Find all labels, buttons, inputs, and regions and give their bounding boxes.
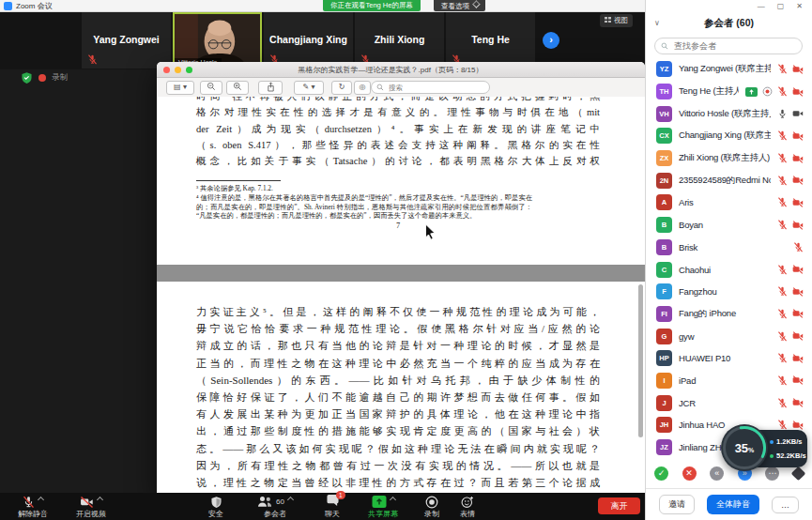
chevron-up-icon[interactable] (287, 497, 294, 503)
camera-off-icon (792, 176, 804, 185)
video-tile[interactable]: Yang Zongwei (82, 12, 171, 69)
participant-status-icons (777, 220, 804, 230)
highlight-circle-button[interactable]: ◎ (354, 81, 371, 95)
participant-row[interactable]: JJCR (646, 391, 812, 414)
participant-status-icons (777, 286, 804, 297)
avatar: FI (656, 306, 672, 322)
camera-off-icon (792, 287, 804, 297)
recording-label: 录制 (52, 72, 68, 84)
pdf-toolbar: ▤ ▾ ✎ ▾ ↻ ◎ (157, 78, 645, 98)
pdf-search-input[interactable] (387, 83, 466, 93)
no-reaction-icon[interactable]: ✕ (682, 466, 697, 481)
participant-row[interactable]: VHVittorio Hosle (联席主持人) (646, 102, 812, 125)
minimize-panel-button[interactable]: — (758, 2, 765, 10)
pdf-document-area[interactable]: 时间”往不再被人们以静止的方式，而是以动态的方式把握到时，黑格尔对理性实在性的选… (157, 97, 645, 493)
video-tile[interactable]: Teng He (446, 12, 535, 69)
reactions-button[interactable]: 表情 (449, 495, 486, 519)
record-icon (425, 496, 438, 509)
maximize-panel-button[interactable]: ▢ (777, 2, 785, 10)
participant-row[interactable]: CXChangjiang Xing (联席主持人) (646, 125, 812, 147)
network-monitor-widget[interactable]: 1.2KB/s 52.2KB/s 35% (721, 422, 810, 475)
recording-dot-icon[interactable] (38, 74, 46, 82)
participant-search-box[interactable] (654, 38, 803, 54)
security-button[interactable]: 安全 (193, 495, 238, 519)
close-panel-button[interactable]: ✕ (796, 2, 803, 10)
pdf-window-title: 黑格尔的实践哲学—理论还是实践？.pdf（页码：8/15） (192, 65, 645, 75)
more-options-button[interactable]: … (772, 497, 799, 513)
avatar: G (656, 329, 672, 344)
participant-row[interactable]: Ggyw (646, 325, 812, 347)
yes-reaction-icon[interactable]: ✓ (654, 466, 668, 481)
participant-row[interactable]: ZXZhili Xiong (联席主持人) (646, 147, 812, 170)
avatar: J (656, 395, 672, 411)
maximize-window-icon[interactable] (186, 67, 192, 73)
document-text-line: 有人发展出某种为更加正当国家辩护的具体理论，他在这种理论中指 (196, 405, 600, 422)
participant-search-input[interactable] (672, 40, 796, 52)
view-options-button[interactable]: 查看选项 (434, 0, 485, 11)
camera-off-icon (792, 265, 804, 274)
video-tile[interactable]: Zhili Xiong (355, 12, 444, 69)
search-icon (376, 84, 384, 91)
participant-status-icons (777, 153, 804, 163)
zoom-out-button[interactable] (200, 81, 222, 95)
participant-row[interactable]: HPHUAWEI P10 (646, 347, 812, 370)
pdf-page-8: 力实证主义⁵。但是，这样的阐释不仅使一种规范性的理论成为可能，毋宁说它恰恰要求一… (157, 282, 645, 493)
pdf-window-titlebar[interactable]: 黑格尔的实践哲学—理论还是实践？.pdf（页码：8/15） (157, 62, 645, 78)
avatar: TH (656, 84, 672, 99)
participant-row[interactable]: THTeng He (主持人) (646, 81, 812, 103)
chevron-up-icon[interactable] (97, 497, 103, 503)
chevron-up-icon[interactable] (38, 497, 44, 503)
rotate-button[interactable]: ↻ (331, 81, 352, 95)
camera-off-icon (80, 497, 94, 508)
sidebar-view-button[interactable]: ▤ ▾ (166, 81, 194, 95)
tile-name-label: Teng He (446, 34, 535, 45)
participant-row[interactable]: FIFang的 iPhone (646, 303, 812, 326)
participant-row[interactable]: 2N2355924589的Redmi Note 7 Pro (646, 169, 812, 191)
next-participants-button[interactable]: › (543, 32, 559, 49)
participant-status-icons (745, 86, 804, 97)
document-text-line: 态。——那么又该如何实现呢？假如这种理论无法在瞬间内就实现呢？ (196, 440, 600, 457)
participant-status-icons (777, 197, 804, 207)
close-window-icon[interactable] (163, 67, 170, 73)
invite-button[interactable]: 邀请 (659, 495, 695, 514)
participants-button[interactable]: 60 参会者 (242, 495, 308, 519)
participant-status-icons (777, 353, 804, 363)
record-button[interactable]: 录制 (413, 495, 451, 519)
pdf-search-field[interactable] (371, 81, 490, 94)
tile-name-label: Yang Zongwei (82, 34, 171, 45)
participant-row[interactable]: CChaohui (646, 258, 812, 281)
magnifier-minus-icon (207, 82, 216, 91)
participant-status-icons (777, 398, 804, 408)
video-tile[interactable]: Vittorio Hosle (173, 12, 262, 69)
participant-row[interactable]: BBrisk (646, 237, 812, 259)
leave-meeting-button[interactable]: 离开 (598, 497, 640, 514)
video-tile[interactable]: Changjiang Xing (264, 12, 353, 69)
upload-speed: 1.2KB/s (776, 437, 803, 446)
chat-button[interactable]: 1 聊天 (314, 495, 351, 519)
start-video-button[interactable]: 开启视频 (62, 495, 120, 519)
camera-off-icon (792, 309, 804, 318)
participant-row[interactable]: AAris (646, 191, 812, 214)
camera-off-icon (792, 375, 804, 385)
bottom-toolbar: 解除静音 开启视频 安全 60 参会者 1 聊天 共享屏幕 录制 表情 (0, 493, 646, 520)
mic-on-icon (777, 109, 788, 119)
markup-pen-button[interactable]: ✎ ▾ (294, 81, 324, 95)
mute-all-button[interactable]: 全体静音 (707, 495, 759, 514)
participant-row[interactable]: FFangzhou (646, 281, 812, 303)
mic-muted-icon (777, 309, 788, 319)
participant-status-icons (777, 265, 804, 275)
pdf-scrollbar[interactable] (638, 284, 643, 437)
share-export-button[interactable] (258, 81, 283, 95)
recording-indicator-icon (762, 86, 773, 97)
view-layout-button[interactable]: 视图 (600, 14, 633, 27)
share-screen-button[interactable]: 共享屏幕 (353, 495, 413, 519)
footnote-3: ³ 其余论据参见 Kap. 7.1.2. (196, 184, 532, 193)
participant-row[interactable]: IiPad (646, 370, 812, 392)
avatar: HP (656, 350, 672, 366)
unmute-button[interactable]: 解除静音 (4, 495, 62, 519)
participant-row[interactable]: BBoyan (646, 214, 812, 237)
zoom-in-button[interactable] (226, 81, 249, 95)
chevron-up-icon[interactable] (389, 497, 395, 503)
participant-row[interactable]: YZYang Zongwei (联席主持人, 我) (646, 58, 812, 81)
minimize-window-icon[interactable] (175, 67, 181, 73)
